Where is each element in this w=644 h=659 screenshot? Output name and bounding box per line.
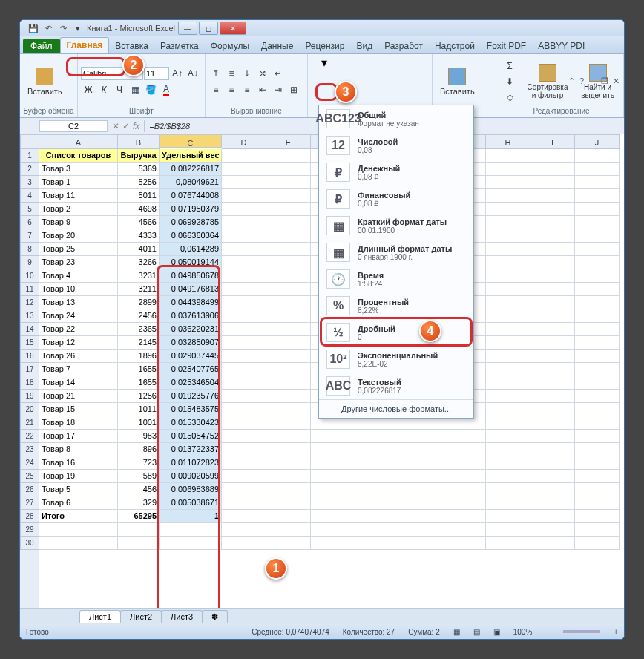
cell-a[interactable]: Товар 21 (39, 390, 118, 403)
row-header[interactable]: 22 (20, 430, 39, 443)
cell-b[interactable]: 4698 (118, 203, 160, 216)
cell-c[interactable]: 0,015054752 (160, 430, 222, 443)
tab-layout[interactable]: Разметка (154, 39, 205, 53)
tab-review[interactable]: Рецензир (299, 39, 350, 53)
cell-b[interactable]: 4566 (118, 216, 160, 229)
row-header[interactable]: 13 (20, 309, 39, 323)
cell-b[interactable]: 3231 (118, 269, 160, 283)
font-color-icon[interactable]: A (159, 82, 174, 97)
row-header[interactable]: 29 (20, 523, 39, 537)
row-header[interactable]: 27 (20, 496, 39, 510)
cell-b[interactable]: 1256 (118, 390, 160, 403)
cell-c[interactable]: 0,006983689 (160, 483, 222, 496)
cell-b[interactable]: 5369 (118, 163, 160, 176)
minimize-ribbon-icon[interactable]: ⌃ (568, 76, 575, 86)
zoom-slider[interactable] (563, 630, 600, 633)
cell-b[interactable]: 1011 (118, 403, 160, 416)
clear-icon[interactable]: ◇ (502, 90, 517, 105)
tab-dev[interactable]: Разработ (378, 39, 429, 53)
align-bottom-icon[interactable]: ⤓ (240, 66, 254, 81)
row-header[interactable]: 25 (20, 470, 39, 483)
cell-c[interactable]: 0,044398499 (160, 296, 222, 309)
qat-more-icon[interactable]: ▾ (72, 22, 84, 34)
cell-a[interactable]: Товар 26 (39, 350, 118, 363)
cell-a[interactable]: Товар 17 (39, 430, 118, 443)
save-icon[interactable]: 💾 (27, 22, 39, 34)
cell-c[interactable]: 0,071950379 (160, 203, 222, 216)
sort-filter-button[interactable]: Сортировка и фильтр (522, 62, 574, 101)
align-right-icon[interactable]: ≡ (240, 82, 254, 97)
cell-c[interactable]: 0,015483575 (160, 403, 222, 416)
close-button[interactable]: ✕ (220, 22, 246, 35)
align-left-icon[interactable]: ≡ (208, 82, 223, 97)
cell-c[interactable]: 0,025346504 (160, 376, 222, 390)
format-option-время[interactable]: 🕐Время1:58:24 (319, 266, 473, 292)
row-header[interactable]: 11 (20, 283, 39, 296)
col-header-c[interactable]: C (160, 134, 222, 148)
format-option-текстовый[interactable]: ABCТекстовый0,082226817 (319, 373, 473, 399)
row-header[interactable]: 16 (20, 350, 39, 363)
cell-c[interactable]: 0,015330423 (160, 416, 222, 430)
tab-home[interactable]: Главная (60, 37, 110, 53)
tab-view[interactable]: Вид (350, 39, 378, 53)
row-header[interactable]: 10 (20, 269, 39, 283)
increase-indent-icon[interactable]: ⇥ (271, 82, 286, 97)
cell-a[interactable]: Товар 9 (39, 216, 118, 229)
zoom-out-icon[interactable]: − (545, 628, 550, 636)
format-option-денежный[interactable]: ₽Денежный0,08 ₽ (319, 159, 473, 186)
row-header[interactable]: 14 (20, 323, 39, 336)
doc-restore-icon[interactable]: ❐ (601, 76, 608, 86)
row-header[interactable]: 24 (20, 456, 39, 470)
cell-a[interactable]: Товар 5 (39, 483, 118, 496)
row-header[interactable]: 9 (20, 256, 39, 269)
cell-a[interactable]: Товар 3 (39, 163, 118, 176)
font-size-select[interactable] (144, 67, 169, 80)
enter-icon[interactable]: ✓ (122, 121, 130, 131)
cell-b[interactable]: 983 (118, 430, 160, 443)
row-header[interactable]: 6 (20, 216, 39, 229)
col-header-e[interactable]: E (266, 134, 311, 149)
cell-b[interactable]: 3266 (118, 256, 160, 269)
cell-a[interactable]: Товар 23 (39, 256, 118, 269)
col-header-i[interactable]: I (530, 134, 575, 149)
row-header[interactable]: 26 (20, 483, 39, 496)
row-header[interactable]: 15 (20, 336, 39, 350)
doc-min-icon[interactable]: — (588, 76, 597, 86)
wrap-text-icon[interactable]: ↵ (271, 66, 286, 81)
redo-icon[interactable]: ↷ (57, 22, 69, 34)
cell-c[interactable]: 0,005038671 (160, 496, 222, 510)
underline-icon[interactable]: Ч (112, 82, 127, 97)
cell-a[interactable]: Товар 12 (39, 336, 118, 350)
view-normal-icon[interactable]: ▦ (453, 628, 460, 636)
tab-file[interactable]: Файл (23, 39, 60, 53)
view-break-icon[interactable]: ▣ (493, 628, 500, 636)
format-option-числовой[interactable]: 12Числовой0,08 (319, 132, 473, 159)
format-option-дробный[interactable]: ½Дробный0 (319, 319, 473, 346)
format-option-краткий формат даты[interactable]: ▦Краткий формат даты00.01.1900 (319, 212, 473, 239)
cell-c[interactable]: 0,013722337 (160, 443, 222, 456)
cell-a[interactable]: Товар 15 (39, 403, 118, 416)
cell-b1[interactable]: Выручка (118, 149, 160, 163)
cell-a[interactable]: Товар 13 (39, 296, 118, 309)
cell-b[interactable]: 329 (118, 496, 160, 510)
cell-b[interactable]: 2456 (118, 309, 160, 323)
cell-a[interactable]: Товар 11 (39, 189, 118, 203)
cell-b[interactable]: 456 (118, 483, 160, 496)
cell-a[interactable]: Товар 10 (39, 283, 118, 296)
cell-c[interactable]: 0,036220231 (160, 323, 222, 336)
view-layout-icon[interactable]: ▤ (473, 628, 480, 636)
autosum-icon[interactable]: Σ (502, 59, 517, 73)
doc-close-icon[interactable]: ✕ (613, 76, 620, 86)
cell-b[interactable]: 3211 (118, 283, 160, 296)
cell-a1[interactable]: Список товаров (39, 149, 118, 163)
paste-button[interactable]: Вставить (23, 66, 67, 97)
cell-b[interactable]: 1896 (118, 350, 160, 363)
cell-c[interactable]: 0,029037445 (160, 350, 222, 363)
cell-b[interactable]: 896 (118, 443, 160, 456)
tab-foxit[interactable]: Foxit PDF (481, 39, 532, 53)
row-header[interactable]: 8 (20, 243, 39, 256)
cell-c[interactable]: 0,032850907 (160, 336, 222, 350)
format-option-процентный[interactable]: %Процентный8,22% (319, 292, 473, 319)
cell-b[interactable]: 2145 (118, 336, 160, 350)
row-header[interactable]: 28 (20, 510, 39, 523)
